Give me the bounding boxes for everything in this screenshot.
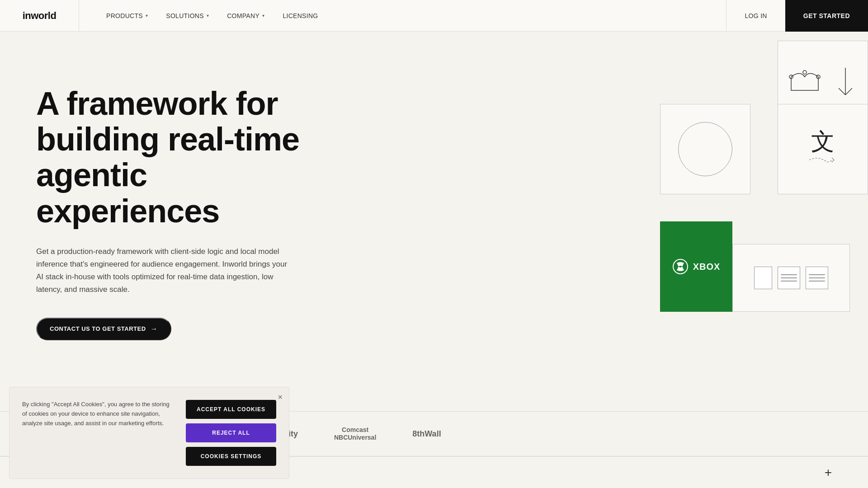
dashed-arrow <box>809 153 836 167</box>
get-started-button[interactable]: GET STARTED <box>785 0 868 32</box>
cookie-close-button[interactable]: × <box>278 393 283 402</box>
xbox-label: XBOX <box>693 262 721 272</box>
expand-icon[interactable]: + <box>825 465 832 480</box>
hero-illustration: 文 <box>660 32 868 312</box>
box-middle-left <box>660 104 750 194</box>
doc-line <box>781 277 797 278</box>
chevron-down-icon: ▾ <box>146 13 148 18</box>
doc-icon-3 <box>806 267 828 289</box>
doc-line <box>809 281 825 282</box>
svg-line-6 <box>832 158 834 160</box>
doc-line <box>781 274 797 275</box>
hero-content: A framework for building real-time agent… <box>36 68 316 340</box>
cookies-settings-button[interactable]: COOKIES SETTINGS <box>186 447 276 466</box>
nav-item-company[interactable]: COMPANY ▾ <box>218 0 274 32</box>
svg-line-4 <box>839 88 845 95</box>
xbox-box: XBOX <box>660 221 732 312</box>
nav-right: LOG IN GET STARTED <box>726 0 868 32</box>
doc-line <box>809 277 825 278</box>
cookie-buttons: ACCEPT ALL COOKIES REJECT ALL COOKIES SE… <box>186 400 276 466</box>
box-bottom-docs <box>732 244 850 312</box>
arrow-svg <box>832 63 859 99</box>
cta-button[interactable]: CONTACT US TO GET STARTED → <box>36 318 171 340</box>
svg-line-5 <box>845 88 852 95</box>
nav-item-products[interactable]: PRODUCTS ▾ <box>97 0 157 32</box>
login-button[interactable]: LOG IN <box>726 0 785 32</box>
arrow-icon: → <box>151 325 158 333</box>
logo-comcast: ComcastNBCUniversal <box>334 426 376 441</box>
svg-point-1 <box>803 70 807 74</box>
circle-icon <box>678 122 732 176</box>
doc-icon-2 <box>778 267 800 289</box>
svg-point-8 <box>673 259 688 274</box>
cookie-banner: × By clicking "Accept All Cookies", you … <box>9 387 289 479</box>
hero-description: Get a production-ready framework with cl… <box>36 245 289 296</box>
xbox-logo: XBOX <box>672 258 721 275</box>
hero-title: A framework for building real-time agent… <box>36 86 316 229</box>
kanji-char: 文 <box>809 130 836 153</box>
reject-cookies-button[interactable]: REJECT ALL <box>186 423 276 442</box>
crown-svg <box>787 63 823 99</box>
cookie-text: By clicking "Accept All Cookies", you ag… <box>22 400 175 428</box>
nav-links: PRODUCTS ▾ SOLUTIONS ▾ COMPANY ▾ LICENSI… <box>79 0 726 32</box>
doc-line <box>781 281 797 282</box>
doc-icon-1 <box>754 267 772 289</box>
chevron-down-icon: ▾ <box>207 13 209 18</box>
cookie-text-area: By clicking "Accept All Cookies", you ag… <box>22 400 175 428</box>
nav-item-solutions[interactable]: SOLUTIONS ▾ <box>157 0 218 32</box>
svg-line-7 <box>832 160 834 162</box>
chevron-down-icon: ▾ <box>262 13 264 18</box>
navigation: inworld PRODUCTS ▾ SOLUTIONS ▾ COMPANY ▾… <box>0 0 868 32</box>
kanji-content: 文 <box>809 130 836 169</box>
logo[interactable]: inworld <box>23 10 57 22</box>
logo-8thwall: 8thWall <box>412 429 441 439</box>
nav-item-licensing[interactable]: LICENSING <box>274 0 327 32</box>
grid-container: 文 <box>660 32 868 312</box>
box-middle-right: 文 <box>778 104 868 194</box>
doc-line <box>809 274 825 275</box>
xbox-circle-icon <box>672 258 689 275</box>
hero-section: A framework for building real-time agent… <box>0 32 868 367</box>
accept-cookies-button[interactable]: ACCEPT ALL COOKIES <box>186 400 276 419</box>
logo-area: inworld <box>0 0 79 32</box>
